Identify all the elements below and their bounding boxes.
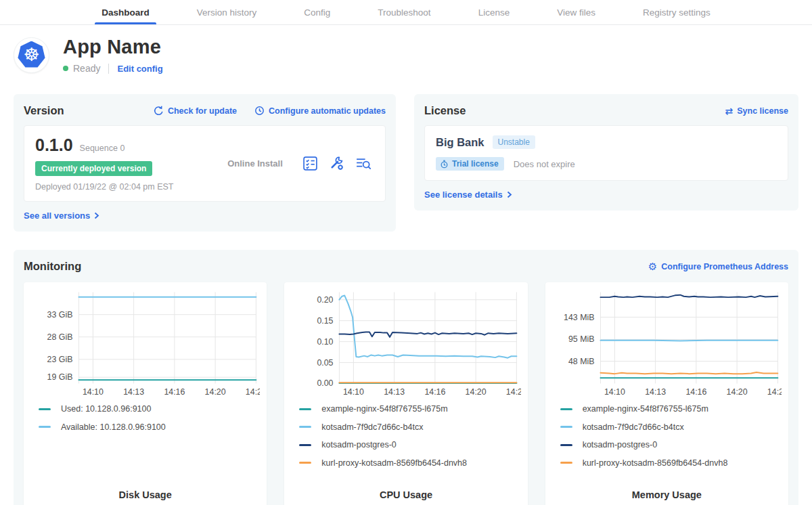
legend-swatch [39,426,51,428]
app-status: Ready [73,63,100,74]
chart-title: Memory Usage [552,489,782,504]
chart-legend: example-nginx-54f8f76755-l675mkotsadm-7f… [560,404,782,476]
legend-swatch [39,408,51,410]
legend-item: example-nginx-54f8f76755-l675m [560,404,782,414]
svg-text:14:16: 14:16 [425,387,446,397]
license-card-title: License [424,104,466,117]
svg-text:14:20: 14:20 [466,387,487,397]
svg-text:0.05: 0.05 [317,358,334,368]
svg-text:14:20: 14:20 [205,387,226,397]
channel-badge: Unstable [493,135,535,149]
version-card-title: Version [24,104,64,117]
sync-license-link[interactable]: ⇄ Sync license [725,106,788,116]
check-for-update-link[interactable]: Check for update [154,106,237,116]
see-all-versions-link[interactable]: See all versions [24,211,99,221]
tab-registry-settings[interactable]: Registry settings [639,0,715,24]
svg-text:14:23: 14:23 [767,387,782,397]
svg-text:14:10: 14:10 [604,387,625,397]
chart-panel-cpu-usage: 0.200.150.100.050.0014:1014:1314:1614:20… [284,282,527,505]
preflight-checks-icon[interactable] [302,156,318,171]
monitoring-title: Monitoring [24,260,81,273]
legend-item: kotsadm-postgres-0 [299,440,520,449]
svg-text:14:10: 14:10 [343,387,364,397]
tab-license[interactable]: License [474,0,514,24]
chart-legend: Used: 10.128.0.96:9100Available: 10.128.… [39,404,260,440]
version-number: 0.1.0 [35,135,73,155]
tab-view-files[interactable]: View files [553,0,600,24]
tab-troubleshoot[interactable]: Troubleshoot [374,0,434,24]
legend-label: kotsadm-7f9dc7d66c-b4tcx [321,422,423,432]
legend-swatch [299,444,311,446]
legend-label: kurl-proxy-kotsadm-8569fb6454-dnvh8 [321,458,467,468]
legend-swatch [560,462,572,464]
deploy-logs-icon[interactable] [355,156,371,171]
legend-item: kurl-proxy-kotsadm-8569fb6454-dnvh8 [299,458,520,468]
trial-license-badge: Trial license [436,157,504,171]
sync-icon: ⇄ [725,106,734,116]
stopwatch-icon [440,160,449,169]
customer-name: Big Bank [436,136,484,149]
legend-item: kotsadm-7f9dc7d66c-b4tcx [560,422,782,432]
svg-text:14:10: 14:10 [83,387,104,397]
svg-text:14:20: 14:20 [726,387,747,397]
line-chart: 33 GiB28 GiB23 GiB19 GiB14:1014:1314:161… [30,288,260,397]
page-title: App Name [63,36,163,58]
legend-item: example-nginx-54f8f76755-l675m [299,404,520,414]
license-panel: Big Bank Unstable Trial license Does not… [424,125,788,181]
see-license-details-link[interactable]: See license details [424,190,512,200]
edit-config-link[interactable]: Edit config [117,64,162,74]
deployed-date: Deployed 01/19/22 @ 02:04 pm EST [35,182,208,192]
legend-label: Available: 10.128.0.96:9100 [61,422,166,432]
line-chart: 0.200.150.100.050.0014:1014:1314:1614:20… [291,288,520,397]
refresh-icon [154,106,164,116]
schedule-icon [254,106,265,116]
svg-text:0.15: 0.15 [317,316,334,326]
tab-version-history[interactable]: Version history [193,0,261,24]
svg-text:14:13: 14:13 [645,387,666,397]
legend-label: Used: 10.128.0.96:9100 [61,404,151,414]
legend-swatch [299,462,311,464]
svg-text:28 GiB: 28 GiB [47,332,73,342]
legend-label: kotsadm-7f9dc7d66c-b4tcx [583,422,684,432]
deployed-badge: Currently deployed version [35,161,152,176]
svg-text:14:13: 14:13 [123,387,144,397]
chevron-right-icon [94,212,99,219]
license-card: License ⇄ Sync license Big Bank Unstable [414,94,798,211]
ready-status-dot [63,66,68,71]
svg-text:14:13: 14:13 [384,387,405,397]
svg-text:14:23: 14:23 [506,387,520,397]
top-nav: DashboardVersion historyConfigTroublesho… [0,0,812,25]
chart-legend: example-nginx-54f8f76755-l675mkotsadm-7f… [299,404,520,476]
line-chart: 143 MiB95 MiB48 MiB14:1014:1314:1614:201… [552,288,782,397]
legend-label: example-nginx-54f8f76755-l675m [583,404,708,414]
version-card: Version Check for update Configure autom… [14,94,396,232]
configure-automatic-updates-link[interactable]: Configure automatic updates [254,106,386,116]
divider [108,64,109,74]
legend-swatch [299,426,311,428]
chart-title: CPU Usage [291,489,520,504]
svg-text:48 MiB: 48 MiB [568,357,595,366]
current-version-panel: 0.1.0 Sequence 0 Currently deployed vers… [24,125,386,202]
edit-config-wrench-icon[interactable] [329,156,344,171]
kubernetes-icon: ☸ [18,41,45,69]
page-content: ☸ App Name Ready Edit config Version [0,25,812,505]
legend-swatch [560,426,572,428]
legend-swatch [560,444,572,446]
tab-config[interactable]: Config [300,0,334,24]
svg-text:0.20: 0.20 [317,295,334,305]
legend-label: kurl-proxy-kotsadm-8569fb6454-dnvh8 [583,458,728,468]
chart-panel-disk-usage: 33 GiB28 GiB23 GiB19 GiB14:1014:1314:161… [24,282,267,505]
svg-text:95 MiB: 95 MiB [568,334,595,344]
chart-title: Disk Usage [30,489,260,504]
svg-text:0.10: 0.10 [317,337,334,347]
legend-item: Used: 10.128.0.96:9100 [39,404,260,414]
svg-text:0.00: 0.00 [317,378,334,388]
svg-text:33 GiB: 33 GiB [47,310,73,320]
tab-dashboard[interactable]: Dashboard [97,0,154,24]
install-type-label: Online Install [208,158,302,169]
configure-prometheus-link[interactable]: ⚙ Configure Prometheus Address [648,261,788,271]
monitoring-card: Monitoring ⚙ Configure Prometheus Addres… [14,250,798,505]
legend-item: Available: 10.128.0.96:9100 [39,422,260,432]
svg-text:143 MiB: 143 MiB [564,313,594,322]
app-header: ☸ App Name Ready Edit config [14,36,798,74]
